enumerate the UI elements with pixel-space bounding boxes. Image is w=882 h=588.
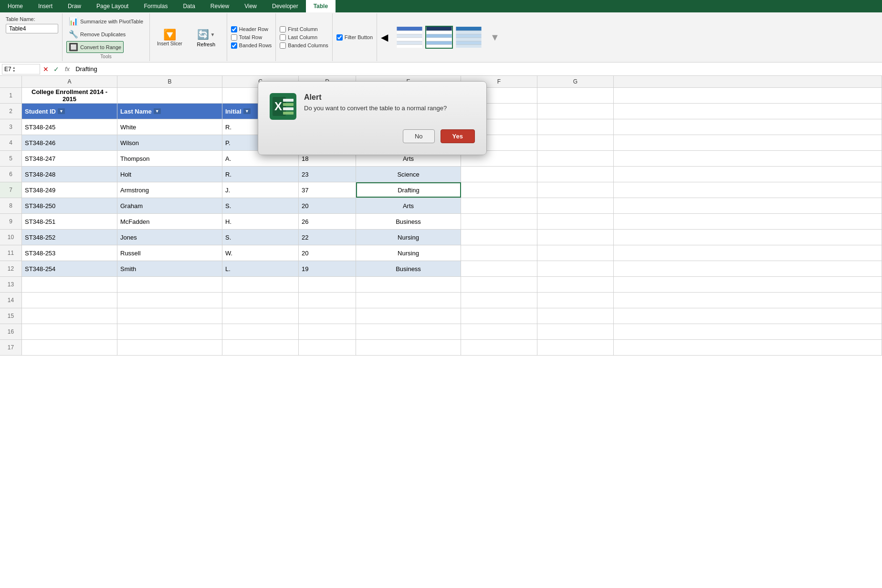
svg-rect-37 bbox=[283, 103, 294, 106]
svg-rect-39 bbox=[283, 112, 294, 115]
svg-text:X: X bbox=[274, 100, 282, 113]
dialog-text-content: Alert Do you want to convert the table t… bbox=[304, 93, 447, 112]
dialog-yes-button[interactable]: Yes bbox=[441, 129, 475, 143]
alert-dialog: X Alert Do you want to convert the table… bbox=[258, 81, 487, 155]
dialog-no-button[interactable]: No bbox=[403, 129, 435, 143]
dialog-message: Do you want to convert the table to a no… bbox=[304, 105, 447, 112]
svg-rect-38 bbox=[283, 107, 294, 110]
dialog-title: Alert bbox=[304, 93, 447, 102]
svg-rect-36 bbox=[283, 99, 294, 102]
dialog-buttons: No Yes bbox=[270, 129, 475, 143]
dialog-header: X Alert Do you want to convert the table… bbox=[270, 93, 475, 120]
excel-logo-icon: X bbox=[270, 93, 296, 120]
dialog-overlay: X Alert Do you want to convert the table… bbox=[0, 0, 882, 356]
